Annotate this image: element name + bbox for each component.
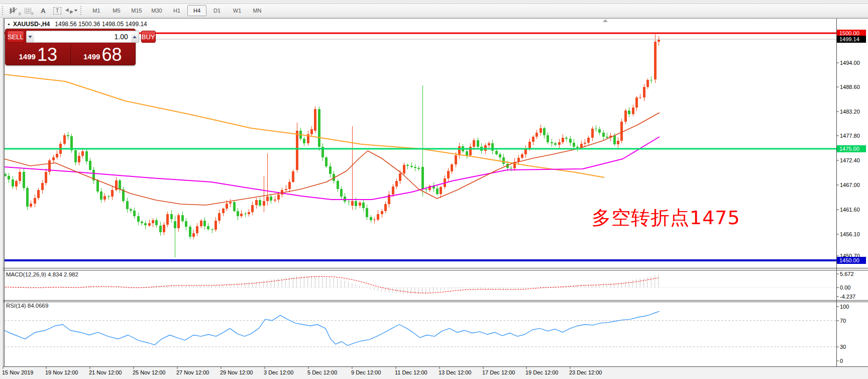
chevron-down-icon bbox=[28, 36, 32, 38]
sell-quote[interactable]: 1499 13 bbox=[6, 44, 70, 64]
chart-title-bar: ▲XAUUSD-,H41498.56 1500.36 1498.05 1499.… bbox=[7, 21, 147, 28]
grid-settings-icon[interactable]: F bbox=[23, 5, 36, 16]
text-label-icon[interactable]: A bbox=[37, 5, 50, 16]
volume-control bbox=[26, 31, 139, 43]
trade-controls-row: SELL BUY bbox=[7, 31, 134, 43]
letter-a-glyph: A bbox=[41, 7, 45, 15]
timeframe-button-M1[interactable]: M1 bbox=[87, 5, 106, 16]
buy-price-main: 1499 bbox=[83, 52, 100, 61]
rsi-indicator-label: RSI(14) 84.0669 bbox=[6, 303, 48, 309]
indicator-cursor-icon[interactable]: E bbox=[9, 5, 22, 16]
volume-decrease-button[interactable] bbox=[27, 31, 34, 42]
rsi-value: 84.0669 bbox=[28, 303, 49, 309]
ohlc-readout: 1498.56 1500.36 1498.05 1499.14 bbox=[55, 21, 147, 28]
icon-subscript: F bbox=[32, 12, 34, 16]
timeframe-button-M5[interactable]: M5 bbox=[107, 5, 126, 16]
buy-quote[interactable]: 1499 68 bbox=[70, 44, 135, 64]
letter-t-glyph: T bbox=[53, 7, 61, 15]
timeframe-button-M30[interactable]: M30 bbox=[147, 5, 166, 16]
timeframe-button-W1[interactable]: W1 bbox=[228, 5, 247, 16]
icon-subscript: E bbox=[19, 12, 21, 16]
chevron-down-icon bbox=[74, 10, 77, 12]
toolbar-drag-handle bbox=[2, 6, 6, 15]
chart-window bbox=[3, 18, 868, 379]
chart-annotation-text: 多空转折点1475 bbox=[592, 205, 740, 231]
sell-price-pips: 13 bbox=[37, 47, 57, 63]
text-box-icon[interactable]: T bbox=[51, 5, 64, 16]
buy-price-pips: 68 bbox=[101, 47, 122, 63]
grid-glyph bbox=[25, 8, 31, 14]
macd-indicator-label: MACD(12,26,9) 4.834 2.982 bbox=[6, 271, 78, 277]
cropped-upper-toolbar bbox=[0, 0, 868, 4]
timeframe-button-M15[interactable]: M15 bbox=[127, 5, 146, 16]
cursor-tools-icon[interactable] bbox=[65, 5, 78, 16]
chevron-up-icon bbox=[133, 36, 137, 38]
chart-toolbar: E F A T M1M5M15M30H1H4D1W1MN bbox=[0, 4, 868, 18]
sell-price-main: 1499 bbox=[19, 52, 36, 61]
timeframe-button-H4[interactable]: H4 bbox=[187, 5, 206, 16]
candlestick-pen-icon bbox=[9, 7, 18, 15]
timeframe-button-MN[interactable]: MN bbox=[248, 5, 267, 16]
timeframe-button-group: M1M5M15M30H1H4D1W1MN bbox=[86, 5, 267, 16]
toolbar-drag-handle bbox=[80, 6, 84, 15]
timeframe-button-H1[interactable]: H1 bbox=[167, 5, 186, 16]
timeframe-button-D1[interactable]: D1 bbox=[207, 5, 227, 16]
macd-values: 4.834 2.982 bbox=[48, 271, 78, 277]
sell-button[interactable]: SELL bbox=[7, 31, 24, 43]
volume-increase-button[interactable] bbox=[131, 31, 139, 42]
symbol-label: XAUUSD-,H4 bbox=[13, 21, 50, 28]
buy-button[interactable]: BUY bbox=[141, 31, 156, 43]
collapse-arrow-icon[interactable]: ▲ bbox=[7, 22, 11, 26]
quote-row: 1499 13 1499 68 bbox=[6, 44, 135, 64]
one-click-trading-panel: SELL BUY 1499 13 1499 68 bbox=[5, 29, 136, 65]
macd-name: MACD(12,26,9) bbox=[6, 271, 46, 277]
rsi-name: RSI(14) bbox=[6, 303, 26, 309]
volume-input[interactable] bbox=[34, 31, 131, 42]
